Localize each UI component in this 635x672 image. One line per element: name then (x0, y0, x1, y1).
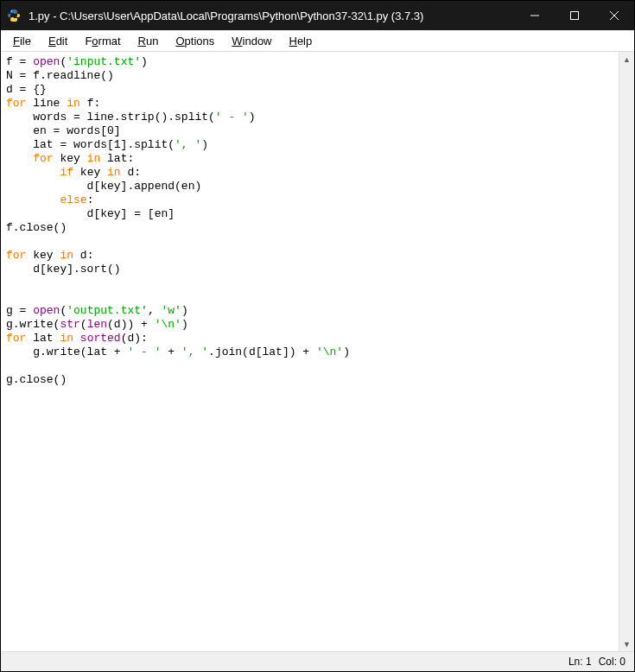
code-builtin: open (33, 304, 60, 317)
vertical-scrollbar[interactable]: ▲ ▼ (619, 52, 634, 651)
code-string: ', ' (181, 346, 208, 358)
code-string: ' - ' (215, 111, 249, 124)
code-text: .join(d[lat]) + (208, 346, 316, 358)
code-keyword: for (6, 332, 26, 345)
code-text: ) (181, 304, 188, 317)
code-text (6, 193, 60, 206)
window-controls (515, 1, 634, 30)
code-keyword: in (60, 249, 73, 262)
code-keyword: in (60, 332, 73, 345)
menu-file[interactable]: File (6, 33, 38, 49)
code-text: key (26, 249, 60, 262)
code-editor[interactable]: f = open('input.txt') N = f.readline() d… (1, 52, 619, 651)
menu-window[interactable]: Window (225, 33, 278, 49)
code-text: key (73, 166, 107, 179)
code-text: ( (80, 318, 87, 331)
code-text: d: (73, 249, 93, 262)
maximize-button[interactable] (555, 1, 594, 30)
code-text: g.write( (6, 318, 60, 331)
code-keyword: in (107, 166, 121, 179)
code-text: (d)) + (107, 318, 155, 331)
code-text: f.close() (6, 221, 67, 234)
app-icon (1, 9, 27, 22)
code-text (6, 166, 60, 179)
menu-format[interactable]: Format (78, 33, 127, 49)
code-keyword: for (33, 152, 53, 165)
code-text: key (54, 152, 87, 165)
line-indicator: Ln: 1 (568, 656, 592, 668)
titlebar: 1.py - C:\Users\User\AppData\Local\Progr… (1, 1, 634, 30)
menu-run[interactable]: Run (131, 33, 166, 49)
code-keyword: else (60, 193, 86, 206)
close-button[interactable] (594, 1, 634, 30)
code-text: d[key].append(en) (6, 180, 201, 193)
window-title: 1.py - C:\Users\User\AppData\Local\Progr… (27, 10, 515, 22)
code-builtin: open (33, 55, 60, 68)
menu-options[interactable]: Options (168, 33, 221, 49)
code-text: ) (141, 55, 148, 68)
code-text: d = {} (6, 83, 47, 96)
code-string: 'output.txt' (67, 304, 148, 317)
code-text: lat: (100, 152, 134, 165)
code-text: g.close() (6, 373, 67, 386)
minimize-button[interactable] (515, 1, 555, 30)
menubar: File Edit Format Run Options Window Help (1, 30, 634, 52)
code-keyword: if (60, 166, 73, 179)
code-keyword: in (67, 97, 80, 110)
code-text: , (148, 304, 162, 317)
code-text: + (161, 346, 181, 358)
scroll-down-icon[interactable]: ▼ (619, 637, 634, 651)
code-keyword: for (6, 249, 26, 262)
code-text: (d): (121, 332, 148, 345)
scroll-up-icon[interactable]: ▲ (619, 52, 634, 67)
code-text: ) (249, 111, 256, 124)
code-text (73, 332, 80, 345)
code-text: f: (80, 97, 100, 110)
code-text: d[key].sort() (6, 263, 121, 276)
code-text: : (87, 193, 94, 206)
code-string: 'input.txt' (67, 55, 141, 68)
code-keyword: for (6, 97, 26, 110)
idle-window: { "title": "1.py - C:\\Users\\User\\AppD… (0, 0, 635, 672)
statusbar: Ln: 1 Col: 0 (1, 652, 634, 671)
code-text: ) (343, 346, 350, 358)
svg-point-1 (16, 20, 16, 21)
code-string: ', ' (175, 138, 201, 151)
menu-edit[interactable]: Edit (41, 33, 74, 49)
code-text: words = line.strip().split( (6, 111, 215, 124)
code-string: '\n' (316, 346, 343, 358)
code-text (6, 152, 33, 165)
code-text: g = (6, 304, 33, 317)
svg-rect-3 (571, 12, 579, 20)
code-string: 'w' (161, 304, 181, 317)
svg-point-0 (11, 10, 12, 11)
code-builtin: len (87, 318, 107, 331)
code-keyword: in (87, 152, 101, 165)
code-text: d: (121, 166, 141, 179)
code-text: en = words[0] (6, 124, 121, 137)
code-text: ) (201, 138, 208, 151)
code-string: '\n' (155, 318, 181, 331)
code-builtin: sorted (80, 332, 121, 345)
code-text: d[key] = [en] (6, 207, 175, 220)
code-text: ) (181, 318, 188, 331)
code-text: f = (6, 55, 33, 68)
column-indicator: Col: 0 (599, 656, 625, 668)
code-text: N = f.readline() (6, 69, 114, 82)
code-builtin: str (60, 318, 79, 331)
code-text: g.write(lat + (6, 346, 127, 358)
code-text: line (26, 97, 67, 110)
code-text: lat (26, 332, 60, 345)
code-text: lat = words[1].split( (6, 138, 175, 151)
editor-area: f = open('input.txt') N = f.readline() d… (1, 52, 634, 652)
code-string: ' - ' (127, 346, 161, 358)
menu-help[interactable]: Help (283, 33, 320, 49)
